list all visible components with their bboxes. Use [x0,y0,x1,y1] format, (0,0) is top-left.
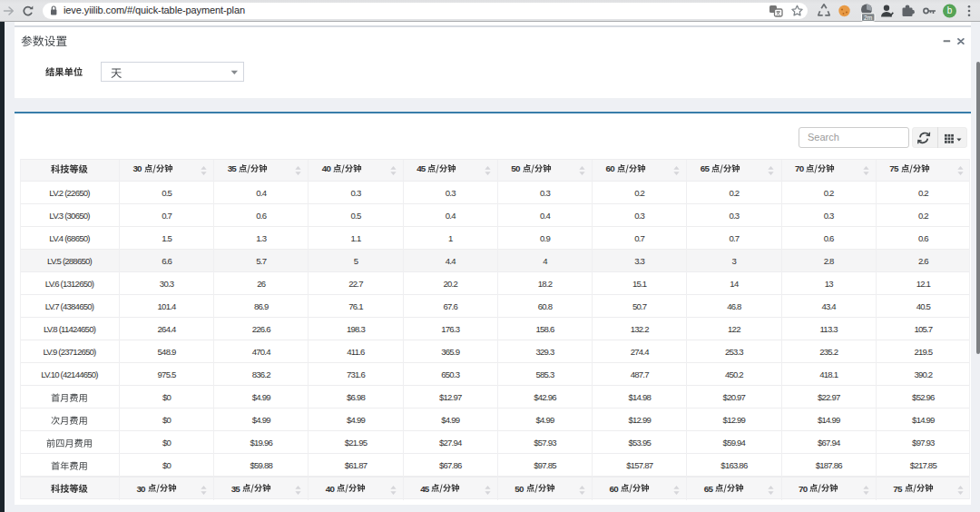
svg-text:b: b [947,5,953,15]
svg-text:2m: 2m [864,15,873,21]
